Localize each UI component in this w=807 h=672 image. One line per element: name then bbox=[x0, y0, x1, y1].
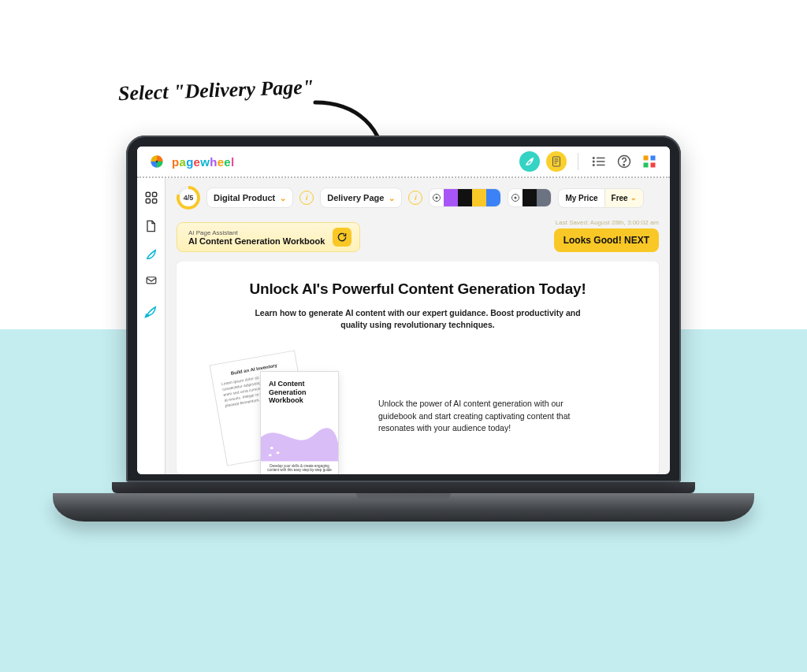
info-icon[interactable]: i bbox=[408, 191, 422, 205]
builder-toolbar: 4/5 Digital Product ⌄ i Delivery Page ⌄ … bbox=[165, 178, 670, 216]
chevron-down-icon: ⌄ bbox=[389, 194, 395, 202]
svg-point-7 bbox=[623, 164, 625, 165]
apps-button[interactable] bbox=[640, 152, 659, 171]
page-type-label: Delivery Page bbox=[327, 193, 384, 202]
price-value: Free bbox=[612, 194, 628, 202]
svg-rect-9 bbox=[651, 156, 656, 161]
palette-selected-icon bbox=[430, 189, 444, 206]
app-window: pagewheel bbox=[137, 147, 670, 474]
mockup-front-title: AI Content Generation Workbook bbox=[269, 380, 330, 404]
product-mockup: Build an AI Inventory Lorem ipsum dolor … bbox=[213, 357, 355, 474]
svg-rect-13 bbox=[152, 192, 156, 196]
palette-selected-icon bbox=[508, 189, 523, 206]
price-label: My Price bbox=[559, 189, 604, 207]
hero-copy: Unlock the power of AI content generatio… bbox=[378, 398, 575, 435]
brand-pinwheel-icon bbox=[148, 153, 165, 170]
svg-rect-10 bbox=[644, 163, 649, 168]
help-icon bbox=[617, 154, 631, 169]
svg-rect-14 bbox=[146, 199, 150, 203]
product-type-label: Digital Product bbox=[214, 193, 275, 202]
swatch[interactable] bbox=[537, 189, 551, 206]
laptop-base bbox=[53, 493, 754, 522]
swatch[interactable] bbox=[472, 189, 486, 206]
mail-icon bbox=[144, 276, 158, 287]
next-button[interactable]: Looks Good! NEXT bbox=[554, 228, 659, 252]
sidebar bbox=[137, 178, 165, 474]
svg-rect-16 bbox=[147, 277, 156, 284]
svg-point-1 bbox=[530, 159, 532, 161]
main-area: 4/5 Digital Product ⌄ i Delivery Page ⌄ … bbox=[165, 178, 670, 474]
laptop-mockup: pagewheel bbox=[126, 136, 681, 522]
publish-icon bbox=[144, 304, 158, 318]
swatch[interactable] bbox=[486, 189, 500, 206]
doc-button[interactable] bbox=[546, 151, 567, 172]
svg-point-22 bbox=[277, 451, 280, 454]
svg-point-4 bbox=[593, 161, 595, 162]
swatch[interactable] bbox=[458, 189, 472, 206]
document-icon bbox=[552, 156, 561, 167]
chevron-down-icon: ⌄ bbox=[280, 194, 286, 202]
color-palette-b[interactable] bbox=[508, 188, 552, 207]
brand-wordmark: pagewheel bbox=[172, 155, 234, 169]
app-header: pagewheel bbox=[137, 147, 670, 178]
svg-point-0 bbox=[156, 161, 158, 163]
svg-rect-8 bbox=[644, 156, 649, 161]
price-selector[interactable]: My Price Free⌄ bbox=[558, 188, 643, 208]
svg-rect-15 bbox=[152, 199, 156, 203]
grid-icon bbox=[144, 191, 158, 205]
svg-point-20 bbox=[515, 197, 517, 199]
assistant-label: AI Page Assistant bbox=[188, 229, 325, 236]
list-icon bbox=[592, 156, 606, 167]
progress-indicator: 4/5 bbox=[177, 186, 200, 210]
sidebar-mail[interactable] bbox=[144, 276, 158, 290]
info-icon[interactable]: i bbox=[299, 191, 314, 205]
rocket-icon bbox=[524, 156, 535, 167]
svg-point-18 bbox=[436, 197, 438, 199]
swatch[interactable] bbox=[523, 189, 537, 206]
svg-point-3 bbox=[593, 158, 595, 159]
mockup-front-footer: Develop your skills & create engaging co… bbox=[261, 462, 338, 474]
sidebar-dashboard[interactable] bbox=[144, 191, 158, 205]
hero-subtitle: Learn how to generate AI content with ou… bbox=[252, 307, 583, 330]
apps-icon bbox=[642, 154, 656, 169]
refresh-ai-icon[interactable] bbox=[333, 228, 351, 247]
svg-rect-12 bbox=[146, 192, 150, 196]
ai-assistant-chip[interactable]: AI Page Assistant AI Content Generation … bbox=[177, 222, 360, 252]
svg-point-5 bbox=[593, 165, 595, 166]
swatch[interactable] bbox=[444, 189, 458, 206]
boost-button[interactable] bbox=[519, 151, 540, 172]
help-button[interactable] bbox=[615, 152, 634, 171]
editor-canvas[interactable]: Unlock AI's Powerful Content Generation … bbox=[177, 262, 659, 474]
sidebar-page[interactable] bbox=[144, 219, 158, 233]
launch-icon bbox=[144, 247, 158, 262]
mockup-front-page: AI Content Generation Workbook Develop y… bbox=[260, 371, 339, 474]
assistant-title: AI Content Generation Workbook bbox=[188, 236, 325, 246]
svg-point-21 bbox=[270, 447, 273, 449]
wave-graphic-icon bbox=[261, 419, 338, 461]
annotation-text: Select "Delivery Page" bbox=[118, 76, 314, 106]
color-palette-a[interactable] bbox=[429, 188, 501, 207]
list-view-button[interactable] bbox=[589, 152, 608, 171]
sidebar-launch[interactable] bbox=[144, 247, 158, 262]
laptop-screen: pagewheel bbox=[126, 136, 681, 482]
product-type-select[interactable]: Digital Product ⌄ bbox=[206, 187, 293, 208]
assistant-row: AI Page Assistant AI Content Generation … bbox=[165, 216, 670, 262]
svg-point-23 bbox=[269, 454, 272, 456]
last-saved-text: Last Saved: August 28th, 3:00:02 am bbox=[554, 219, 659, 226]
chevron-down-icon: ⌄ bbox=[630, 194, 637, 202]
sidebar-publish[interactable] bbox=[144, 304, 158, 318]
laptop-hinge bbox=[112, 482, 695, 493]
page-icon bbox=[144, 219, 157, 233]
hero-content: Build an AI Inventory Lorem ipsum dolor … bbox=[205, 357, 630, 474]
hero-title: Unlock AI's Powerful Content Generation … bbox=[205, 280, 630, 298]
svg-rect-11 bbox=[651, 163, 656, 168]
page-type-select[interactable]: Delivery Page ⌄ bbox=[320, 187, 402, 208]
